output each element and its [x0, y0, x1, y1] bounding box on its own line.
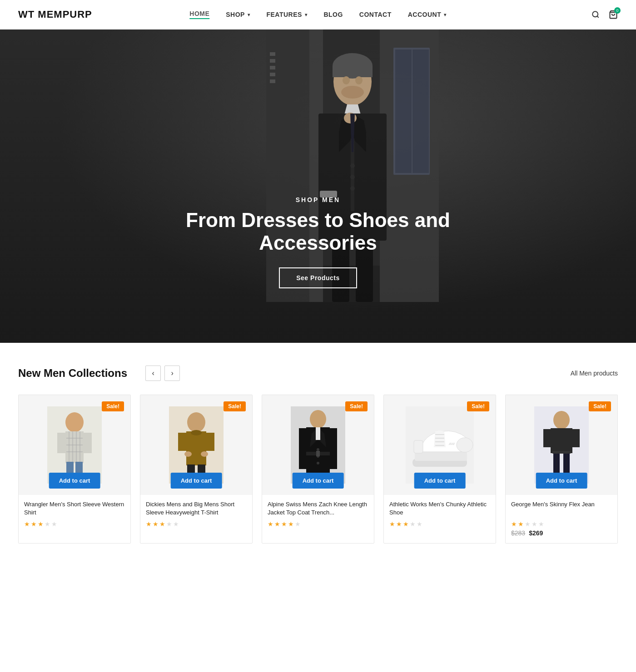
product-image-wrap: Sale! — [506, 395, 617, 495]
star-4: ★ — [532, 520, 537, 528]
carousel-controls: ‹ › — [145, 366, 180, 381]
cart-button[interactable]: 0 — [609, 10, 618, 19]
product-image-wrap: Sale! — [262, 395, 374, 495]
product-image-wrap: Sale! — [384, 395, 496, 495]
star-5: ★ — [538, 520, 544, 528]
svg-point-88 — [553, 411, 570, 429]
svg-rect-57 — [178, 433, 187, 451]
svg-rect-76 — [316, 451, 320, 456]
svg-rect-67 — [299, 428, 307, 469]
search-button[interactable] — [591, 10, 600, 19]
svg-rect-50 — [57, 433, 66, 453]
star-2: ★ — [396, 520, 402, 528]
add-to-cart-button[interactable]: Add to cart — [171, 473, 222, 489]
sale-badge: Sale! — [467, 401, 489, 411]
price-sale: $269 — [529, 529, 543, 537]
chevron-down-icon: ▾ — [248, 12, 250, 17]
hero-title: From Dresses to Shoes and Accessories — [159, 209, 477, 255]
star-5: ★ — [295, 520, 301, 528]
star-5: ★ — [51, 520, 57, 528]
svg-point-65 — [310, 410, 326, 428]
product-name: Dickies Mens and Big Mens Short Sleeve H… — [146, 500, 247, 518]
svg-rect-86 — [414, 440, 423, 453]
header: WT MEMPURP HOME SHOP ▾ FEATURES ▾ BLOG C… — [0, 0, 636, 30]
svg-point-30 — [350, 175, 355, 179]
svg-rect-12 — [270, 66, 275, 69]
svg-text:AW: AW — [448, 442, 455, 446]
svg-point-74 — [317, 462, 319, 464]
star-rating: ★ ★ ★ ★ ★ — [511, 520, 612, 528]
star-3: ★ — [281, 520, 287, 528]
svg-line-1 — [597, 16, 598, 17]
star-4: ★ — [410, 520, 416, 528]
svg-rect-56 — [186, 431, 206, 465]
svg-rect-58 — [205, 433, 214, 451]
add-to-cart-button[interactable]: Add to cart — [293, 473, 344, 489]
add-to-cart-button[interactable]: Add to cart — [414, 473, 466, 489]
products-grid: Sale! — [18, 395, 618, 544]
svg-rect-89 — [551, 428, 572, 453]
see-products-button[interactable]: See Products — [279, 267, 357, 288]
svg-rect-11 — [270, 59, 275, 63]
star-2: ★ — [274, 520, 280, 528]
nav-features[interactable]: FEATURES ▾ — [266, 11, 307, 18]
product-card: Sale! — [383, 395, 496, 544]
product-name: Wrangler Men's Short Sleeve Western Shir… — [24, 500, 125, 518]
star-2: ★ — [518, 520, 524, 528]
svg-rect-33 — [366, 114, 387, 204]
star-2: ★ — [153, 520, 159, 528]
product-card: Sale! Add to cart — [140, 395, 253, 544]
nav-blog[interactable]: BLOG — [323, 11, 343, 18]
svg-point-0 — [592, 11, 598, 17]
star-4: ★ — [166, 520, 172, 528]
sale-badge: Sale! — [102, 401, 124, 411]
svg-rect-8 — [412, 49, 429, 173]
svg-rect-13 — [270, 73, 275, 76]
all-products-link[interactable]: All Men products — [571, 370, 618, 377]
star-rating: ★ ★ ★ ★ ★ — [24, 520, 125, 528]
cart-count: 0 — [614, 7, 621, 14]
star-3: ★ — [525, 520, 531, 528]
collections-title: New Men Collections — [18, 367, 127, 380]
star-1: ★ — [24, 520, 30, 528]
nav-home[interactable]: HOME — [189, 10, 209, 19]
price-row: $283 $269 — [511, 529, 612, 537]
svg-point-31 — [350, 186, 355, 191]
add-to-cart-button[interactable]: Add to cart — [536, 473, 587, 489]
svg-point-21 — [355, 76, 363, 84]
add-to-cart-button[interactable]: Add to cart — [49, 473, 100, 489]
product-info: Dickies Mens and Big Mens Short Sleeve H… — [140, 495, 252, 536]
product-image — [169, 406, 224, 484]
star-rating: ★ ★ ★ ★ ★ — [146, 520, 247, 528]
svg-rect-91 — [571, 429, 580, 447]
product-info: Alpine Swiss Mens Zach Knee Length Jacke… — [262, 495, 374, 536]
product-name: George Men's Skinny Flex Jean — [511, 500, 612, 518]
star-1: ★ — [511, 520, 517, 528]
star-4: ★ — [288, 520, 294, 528]
price-original: $283 — [511, 529, 525, 537]
product-info: Wrangler Men's Short Sleeve Western Shir… — [19, 495, 130, 536]
sale-badge: Sale! — [224, 401, 246, 411]
star-rating: ★ ★ ★ ★ ★ — [268, 520, 368, 528]
star-5: ★ — [173, 520, 179, 528]
carousel-next-button[interactable]: › — [164, 366, 180, 381]
product-card: Sale! — [505, 395, 618, 544]
svg-rect-7 — [395, 49, 412, 173]
product-image — [47, 406, 102, 484]
site-logo[interactable]: WT MEMPURP — [18, 9, 92, 20]
sale-badge: Sale! — [589, 401, 611, 411]
star-rating: ★ ★ ★ ★ ★ — [389, 520, 490, 528]
chevron-down-icon: ▾ — [305, 12, 308, 17]
star-3: ★ — [38, 520, 44, 528]
star-3: ★ — [403, 520, 409, 528]
nav-contact[interactable]: CONTACT — [359, 11, 392, 18]
svg-rect-79 — [415, 452, 467, 461]
search-icon — [591, 10, 600, 19]
svg-point-59 — [191, 430, 202, 435]
carousel-prev-button[interactable]: ‹ — [145, 366, 161, 381]
nav-shop[interactable]: SHOP ▾ — [226, 11, 250, 18]
product-image: AW — [406, 406, 474, 484]
svg-point-29 — [350, 163, 355, 168]
nav-account[interactable]: ACCOUNT ▾ — [408, 11, 447, 18]
svg-point-63 — [201, 451, 208, 457]
